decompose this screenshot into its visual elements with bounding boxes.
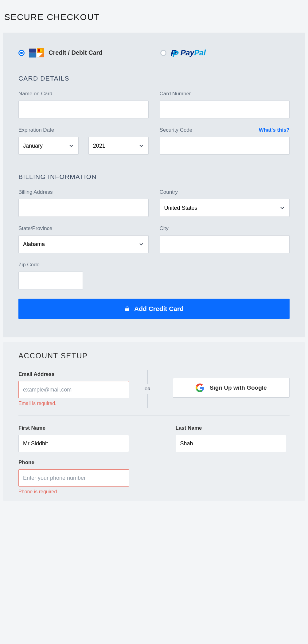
expiration-label: Expiration Date	[18, 127, 149, 133]
card-details-heading: CARD DETAILS	[18, 75, 290, 82]
add-credit-card-label: Add Credit Card	[134, 305, 184, 312]
whats-this-link[interactable]: What's this?	[259, 127, 290, 133]
credit-cards-icon	[29, 48, 44, 58]
expiration-year-select[interactable]: 2021	[88, 137, 149, 155]
name-on-card-label: Name on Card	[18, 91, 149, 97]
page-title: SECURE CHECKOUT	[3, 3, 305, 33]
email-input[interactable]	[18, 381, 129, 398]
credit-card-radio[interactable]	[18, 50, 25, 56]
city-label: City	[160, 225, 290, 232]
lock-icon	[124, 306, 130, 312]
zip-label: Zip Code	[18, 262, 83, 268]
billing-info-heading: BILLING INFORMATION	[18, 173, 290, 181]
country-select[interactable]: United States	[160, 199, 290, 217]
expiration-month-select[interactable]: January	[18, 137, 79, 155]
email-label: Email Address	[18, 371, 135, 377]
sign-up-with-google-button[interactable]: Sign Up with Google	[173, 378, 290, 398]
state-label: State/Province	[18, 225, 149, 232]
billing-address-label: Billing Address	[18, 189, 149, 195]
last-name-label: Last Name	[176, 425, 290, 431]
payment-billing-panel: Credit / Debit Card PP PayPal CARD DETAI…	[3, 33, 305, 337]
city-input[interactable]	[160, 235, 290, 253]
name-on-card-input[interactable]	[18, 101, 149, 118]
credit-card-option[interactable]: Credit / Debit Card	[18, 48, 148, 58]
security-code-input[interactable]	[160, 137, 290, 155]
paypal-logo-icon: PP PayPal	[171, 48, 206, 58]
card-number-input[interactable]	[160, 101, 290, 118]
card-number-label: Card Number	[160, 91, 290, 97]
email-error-message: Email is required.	[18, 401, 135, 406]
email-or-google-row: Email Address Email is required. OR Sign…	[18, 369, 290, 408]
or-separator: OR	[135, 369, 160, 408]
paypal-radio[interactable]	[160, 50, 166, 56]
first-name-input[interactable]	[18, 435, 129, 452]
google-icon	[196, 384, 204, 392]
credit-card-label: Credit / Debit Card	[49, 49, 103, 56]
state-select[interactable]: Alabama	[18, 235, 149, 253]
zip-input[interactable]	[18, 272, 83, 289]
last-name-input[interactable]	[176, 435, 286, 452]
divider	[18, 415, 290, 416]
paypal-option[interactable]: PP PayPal	[160, 48, 290, 58]
or-label: OR	[145, 387, 150, 391]
account-setup-panel: ACCOUNT SETUP Email Address Email is req…	[3, 342, 305, 501]
first-name-label: First Name	[18, 425, 133, 431]
phone-label: Phone	[18, 459, 129, 466]
google-button-label: Sign Up with Google	[210, 384, 267, 391]
add-credit-card-button[interactable]: Add Credit Card	[18, 299, 290, 319]
phone-input[interactable]	[18, 469, 129, 487]
account-setup-heading: ACCOUNT SETUP	[18, 352, 290, 360]
billing-address-input[interactable]	[18, 199, 149, 217]
payment-method-group: Credit / Debit Card PP PayPal	[18, 48, 290, 58]
phone-error-message: Phone is required.	[18, 489, 129, 495]
security-code-label: Security Code	[160, 127, 193, 133]
country-label: Country	[160, 189, 290, 195]
